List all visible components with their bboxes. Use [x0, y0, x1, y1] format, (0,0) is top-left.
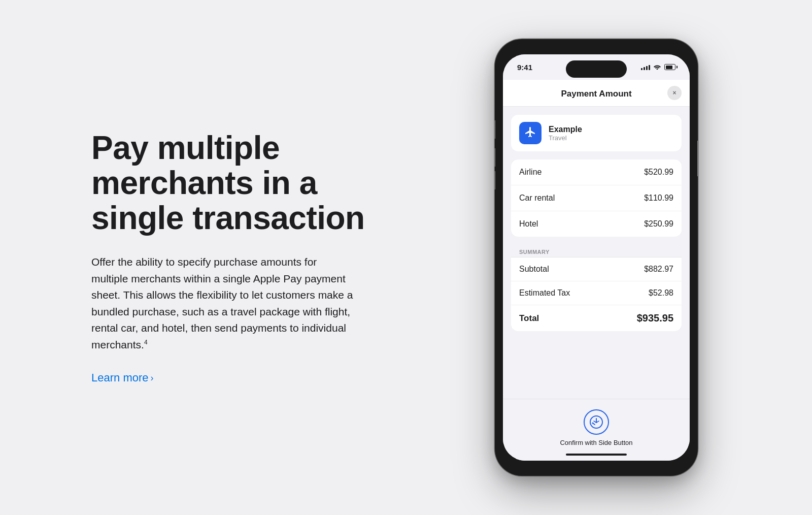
- total-row: Total $935.95: [511, 305, 682, 331]
- line-items: Airline $520.99 Car rental $110.99 Hotel…: [511, 159, 682, 237]
- left-content: Pay multiple merchants in a single trans…: [61, 131, 401, 385]
- learn-more-link[interactable]: Learn more ›: [91, 371, 154, 384]
- total-label: Total: [519, 313, 539, 324]
- side-button-confirm-icon: [584, 409, 609, 435]
- payment-sheet: Payment Amount ×: [503, 80, 690, 461]
- status-time: 9:41: [517, 63, 532, 72]
- signal-bar-2: [644, 67, 645, 70]
- home-bar: [566, 454, 627, 456]
- merchant-category: Travel: [549, 134, 582, 142]
- summary-header-label: SUMMARY: [511, 245, 682, 258]
- summary-section: SUMMARY Subtotal $882.97 Estimated Tax $…: [511, 245, 682, 331]
- line-item-hotel: Hotel $250.99: [511, 211, 682, 237]
- subtotal-row: Subtotal $882.97: [511, 258, 682, 281]
- description: Offer the ability to specify purchase am…: [91, 254, 355, 353]
- confirm-text: Confirm with Side Button: [560, 439, 632, 446]
- subtotal-value: $882.97: [644, 265, 673, 274]
- airline-value: $520.99: [644, 168, 673, 177]
- line-item-car-rental: Car rental $110.99: [511, 185, 682, 211]
- sheet-title: Payment Amount: [561, 89, 631, 99]
- signal-bars-icon: [641, 64, 650, 70]
- tax-label: Estimated Tax: [519, 288, 570, 298]
- dynamic-island: [566, 60, 627, 78]
- phone-wrapper: 9:41: [495, 39, 698, 476]
- right-content: 9:41: [442, 39, 751, 476]
- signal-bar-3: [646, 66, 648, 70]
- sheet-content[interactable]: Example Travel Airline $520.99: [503, 107, 690, 399]
- svg-point-1: [592, 423, 594, 424]
- main-heading: Pay multiple merchants in a single trans…: [91, 131, 401, 236]
- tax-row: Estimated Tax $52.98: [511, 281, 682, 305]
- plane-icon: [524, 126, 536, 141]
- airline-label: Airline: [519, 168, 542, 177]
- hotel-value: $250.99: [644, 219, 673, 229]
- home-indicator: [503, 452, 690, 461]
- merchant-info: Example Travel: [549, 125, 582, 142]
- car-rental-label: Car rental: [519, 194, 555, 203]
- total-value: $935.95: [637, 312, 673, 324]
- phone-screen: 9:41: [503, 54, 690, 461]
- signal-bar-1: [641, 68, 642, 70]
- confirm-area: Confirm with Side Button: [503, 399, 690, 452]
- battery-icon: [664, 64, 675, 70]
- merchant-card: Example Travel: [511, 115, 682, 151]
- battery-fill: [666, 66, 673, 69]
- wifi-icon: [653, 63, 661, 71]
- chevron-icon: ›: [151, 373, 154, 383]
- close-button[interactable]: ×: [667, 86, 682, 100]
- tax-value: $52.98: [649, 288, 673, 298]
- car-rental-value: $110.99: [644, 194, 673, 203]
- phone-frame: 9:41: [495, 39, 698, 476]
- subtotal-label: Subtotal: [519, 265, 549, 274]
- line-item-airline: Airline $520.99: [511, 159, 682, 185]
- hotel-label: Hotel: [519, 219, 538, 229]
- status-icons: [641, 63, 675, 71]
- signal-bar-4: [649, 65, 650, 70]
- merchant-name: Example: [549, 125, 582, 134]
- merchant-logo: [519, 122, 542, 144]
- sheet-header: Payment Amount ×: [503, 80, 690, 107]
- page-container: Pay multiple merchants in a single trans…: [0, 0, 812, 515]
